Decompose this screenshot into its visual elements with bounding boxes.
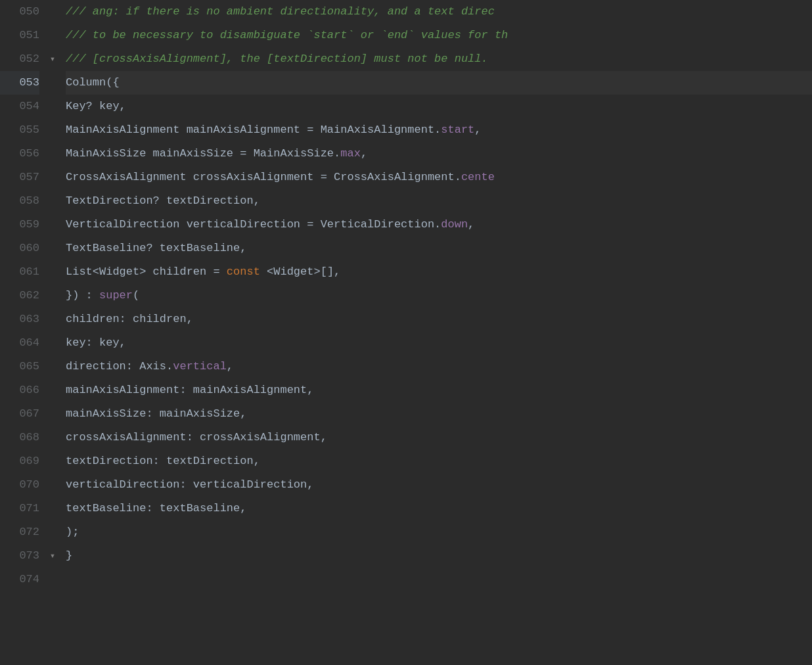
line-number: 050 [0,0,39,24]
line-number: 061 [0,260,39,284]
token: mainAxisSize: mainAxisSize, [66,407,246,420]
line-number: 065 [0,355,39,378]
fold-marker[interactable] [46,473,59,497]
code-line: /// to be necessary to disambiguate `sta… [66,24,812,47]
code-line: children: children, [66,308,812,331]
line-number: 055 [0,118,39,142]
code-line: VerticalDirection verticalDirection = Ve… [66,213,812,237]
code-line: } [66,544,812,568]
code-line: /// [crossAxisAlignment], the [textDirec… [66,47,812,71]
line-number: 070 [0,473,39,497]
code-line: TextDirection? textDirection, [66,189,812,213]
token: VerticalDirection verticalDirection = Ve… [66,218,441,231]
token: down [441,218,468,231]
fold-marker[interactable] [46,308,59,331]
fold-marker[interactable] [46,213,59,237]
line-number: 073 [0,544,39,568]
line-number: 072 [0,520,39,544]
token: cente [461,171,495,183]
token: ( [133,289,139,302]
code-line: MainAxisAlignment mainAxisAlignment = Ma… [66,118,812,142]
token: , [227,360,233,373]
code-line [66,568,812,591]
code-line: Column({ [66,71,812,95]
code-line: direction: Axis.vertical, [66,355,812,378]
token: textDirection: textDirection, [66,455,260,467]
line-number: 060 [0,237,39,260]
code-line: crossAxisAlignment: crossAxisAlignment, [66,426,812,449]
token: , [361,147,367,160]
token: TextDirection? textDirection, [66,195,260,207]
token: max [340,147,361,160]
fold-marker[interactable] [46,24,59,47]
code-line: ); [66,520,812,544]
token: mainAxisAlignment: mainAxisAlignment, [66,384,313,396]
token: }) : [66,289,99,302]
token: textBaseline: textBaseline, [66,502,246,515]
code-line: textDirection: textDirection, [66,449,812,473]
line-number: 063 [0,308,39,331]
line-number: 052 [0,47,39,71]
fold-marker[interactable] [46,118,59,142]
token: crossAxisAlignment: crossAxisAlignment, [66,431,327,444]
code-line: mainAxisSize: mainAxisSize, [66,402,812,426]
token: super [99,289,133,302]
token: , [468,218,474,231]
line-number: 059 [0,213,39,237]
line-number: 068 [0,426,39,449]
fold-marker[interactable]: ▾ [46,47,59,71]
fold-marker[interactable] [46,260,59,284]
fold-marker[interactable] [46,449,59,473]
token: , [474,124,481,136]
code-line: Key? key, [66,95,812,118]
fold-marker[interactable] [46,568,59,591]
token: Key? key, [66,100,126,112]
token: /// to be necessary to disambiguate `sta… [66,29,508,41]
fold-marker[interactable] [46,0,59,24]
line-number: 064 [0,331,39,355]
token: MainAxisAlignment mainAxisAlignment = Ma… [66,124,441,136]
fold-marker[interactable] [46,189,59,213]
token: TextBaseline? textBaseline, [66,242,246,254]
fold-marker[interactable] [46,497,59,520]
token: const [227,265,260,278]
token: Column({ [66,76,120,89]
code-line: /// ang: if there is no ambient directio… [66,0,812,24]
token: MainAxisSize mainAxisSize = MainAxisSize… [66,147,340,160]
code-content: /// ang: if there is no ambient directio… [59,0,812,665]
fold-marker[interactable] [46,426,59,449]
fold-marker[interactable] [46,520,59,544]
fold-marker[interactable]: ▾ [46,544,59,568]
code-line: MainAxisSize mainAxisSize = MainAxisSize… [66,142,812,166]
line-number: 062 [0,284,39,308]
code-line: }) : super( [66,284,812,308]
token: verticalDirection: verticalDirection, [66,478,313,491]
token: vertical [173,360,227,373]
token: start [441,124,474,136]
fold-marker[interactable] [46,378,59,402]
code-editor: 0500510520530540550560570580590600610620… [0,0,812,665]
fold-marker[interactable] [46,237,59,260]
code-line: key: key, [66,331,812,355]
line-number: 071 [0,497,39,520]
fold-marker[interactable] [46,95,59,118]
line-number: 067 [0,402,39,426]
fold-marker[interactable] [46,166,59,189]
fold-marker[interactable] [46,331,59,355]
fold-marker[interactable] [46,71,59,95]
code-line: CrossAxisAlignment crossAxisAlignment = … [66,166,812,189]
line-number: 051 [0,24,39,47]
token: key: key, [66,336,126,349]
code-line: List<Widget> children = const <Widget>[]… [66,260,812,284]
token: /// ang: if there is no ambient directio… [66,5,495,18]
token: ); [66,526,79,538]
fold-marker[interactable] [46,355,59,378]
line-number: 053 [0,71,39,95]
token: CrossAxisAlignment crossAxisAlignment = … [66,171,461,183]
line-number: 056 [0,142,39,166]
token: } [66,549,72,562]
fold-marker[interactable] [46,402,59,426]
fold-marker[interactable] [46,284,59,308]
code-line: mainAxisAlignment: mainAxisAlignment, [66,378,812,402]
fold-marker[interactable] [46,142,59,166]
